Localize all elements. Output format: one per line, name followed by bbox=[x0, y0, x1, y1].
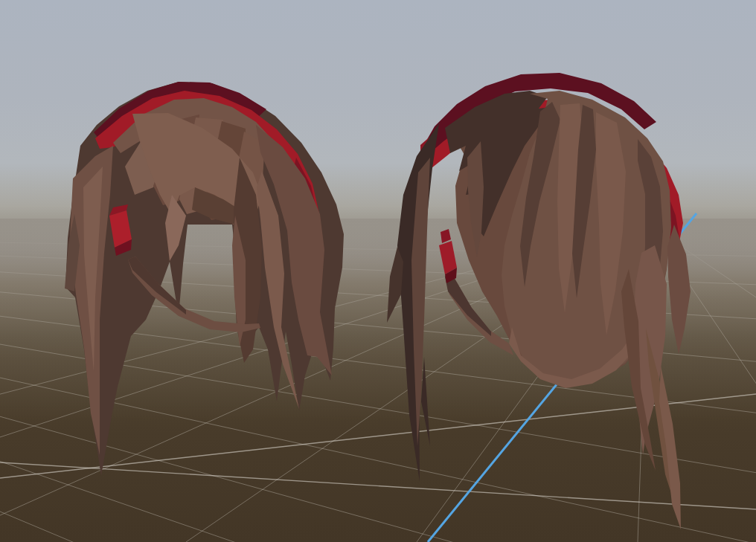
viewport-3d[interactable] bbox=[0, 0, 756, 542]
scene-canvas[interactable] bbox=[0, 0, 756, 542]
